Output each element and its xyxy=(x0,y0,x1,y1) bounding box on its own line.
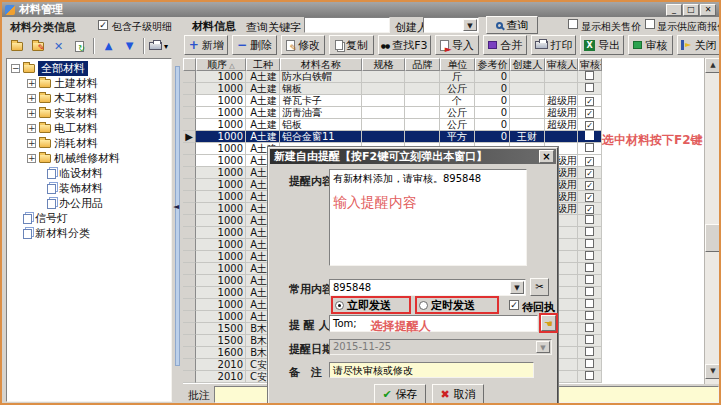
audit-checkbox[interactable] xyxy=(585,215,594,224)
audited-cell[interactable] xyxy=(578,71,602,83)
dialog-close-button[interactable]: × xyxy=(539,150,554,163)
audited-cell[interactable] xyxy=(578,239,602,251)
audited-cell[interactable] xyxy=(578,323,602,335)
table-row[interactable]: 1000A土建防水白铁帽斤0 xyxy=(183,71,602,83)
audit-checkbox[interactable] xyxy=(585,239,594,248)
audited-cell[interactable] xyxy=(578,143,602,155)
audited-cell[interactable] xyxy=(578,335,602,347)
audited-cell[interactable]: ✓ xyxy=(578,179,602,191)
column-header[interactable]: 审核否 xyxy=(578,58,602,71)
tree-item[interactable]: +机械维修材料 xyxy=(7,151,171,166)
maximize-button[interactable]: □ xyxy=(683,4,699,16)
audit-checkbox[interactable] xyxy=(585,335,594,344)
collapse-arrow-icon[interactable]: ◄ xyxy=(173,202,179,211)
search-button[interactable]: 查询 xyxy=(486,16,538,34)
audit-checkbox[interactable] xyxy=(585,299,594,308)
audited-cell[interactable] xyxy=(578,311,602,323)
move-up-button[interactable]: ▲ xyxy=(99,37,118,55)
audit-checkbox[interactable]: ✓ xyxy=(585,121,594,130)
tree-item[interactable]: 办公用品 xyxy=(7,196,171,211)
audit-checkbox[interactable]: ✓ xyxy=(585,193,594,202)
tree-item[interactable]: +土建材料 xyxy=(7,76,171,91)
audit-checkbox[interactable] xyxy=(585,71,594,80)
print-menu-button[interactable]: ▾ xyxy=(149,37,168,55)
keyword-input[interactable] xyxy=(304,17,390,33)
audit-checkbox[interactable]: ✓ xyxy=(585,169,594,178)
audit-checkbox[interactable] xyxy=(585,287,594,296)
date-combobox[interactable]: 2015-11-25 ▼ xyxy=(329,339,552,355)
audit-checkbox[interactable]: ✓ xyxy=(585,97,594,106)
audited-cell[interactable] xyxy=(578,299,602,311)
manage-common-button[interactable]: ✂ xyxy=(530,278,549,296)
audited-cell[interactable] xyxy=(578,287,602,299)
tree-item[interactable]: 临设材料 xyxy=(7,166,171,181)
audited-cell[interactable]: ✓ xyxy=(578,95,602,107)
copy-button[interactable]: 复制 xyxy=(329,35,373,55)
table-row[interactable]: ▶1000A土建铝合金窗11平方0王财 xyxy=(183,131,602,143)
tree-item[interactable]: +电工材料 xyxy=(7,121,171,136)
title-bar[interactable]: 材料管理 _ □ ✕ xyxy=(2,2,719,17)
column-header[interactable]: 材料名称 xyxy=(280,58,362,71)
move-down-button[interactable]: ▼ xyxy=(120,37,139,55)
tree-item[interactable]: 装饰材料 xyxy=(7,181,171,196)
column-header[interactable]: 参考价 xyxy=(475,58,510,71)
audited-cell[interactable] xyxy=(578,251,602,263)
audited-cell[interactable] xyxy=(578,83,602,95)
audited-cell[interactable] xyxy=(578,275,602,287)
tree-item[interactable]: 新材料分类 xyxy=(7,226,171,241)
tree-item[interactable]: −全部材料 xyxy=(7,61,171,76)
tree-item[interactable]: +木工材料 xyxy=(7,91,171,106)
show-price-checkbox[interactable] xyxy=(568,19,578,29)
print-button[interactable]: 打印 xyxy=(531,35,575,55)
show-supplier-checkbox[interactable] xyxy=(645,19,655,29)
tree-expand-icon[interactable]: + xyxy=(27,139,36,148)
include-children-checkbox[interactable]: ✓ xyxy=(98,20,108,30)
audit-checkbox[interactable] xyxy=(585,359,594,368)
audited-cell[interactable] xyxy=(578,131,602,143)
scrollbar-thumb[interactable] xyxy=(705,224,721,252)
audit-checkbox[interactable] xyxy=(585,323,594,332)
add-button[interactable]: +新增 xyxy=(184,35,228,55)
import-button[interactable]: ►导入 xyxy=(435,35,479,55)
tree-expand-icon[interactable]: + xyxy=(27,94,36,103)
audited-cell[interactable] xyxy=(578,371,602,383)
audited-cell[interactable]: ✓ xyxy=(578,167,602,179)
content-textarea[interactable]: 有新材料添加，请审核。895848 输入提醒内容 xyxy=(329,169,527,266)
tree-item[interactable]: 信号灯 xyxy=(7,211,171,226)
audit-checkbox[interactable]: ✓ xyxy=(585,157,594,166)
audited-cell[interactable]: ✓ xyxy=(578,119,602,131)
audit-checkbox[interactable] xyxy=(585,263,594,272)
audited-cell[interactable]: ✓ xyxy=(578,191,602,203)
send-timed-radio[interactable]: 定时发送 xyxy=(415,296,499,314)
audit-checkbox[interactable] xyxy=(585,347,594,356)
audit-checkbox[interactable] xyxy=(585,311,594,320)
scroll-up-button[interactable]: ▲ xyxy=(705,58,721,73)
audited-cell[interactable]: ✓ xyxy=(578,107,602,119)
audit-checkbox[interactable]: ✓ xyxy=(585,181,594,190)
table-row[interactable]: 1000A土建沥青油膏公斤0超级用.✓ xyxy=(183,107,602,119)
save-button[interactable]: ✔ 保存 xyxy=(374,384,426,404)
audited-cell[interactable]: ✓ xyxy=(578,203,602,215)
vertical-scrollbar[interactable]: ▲ ▼ xyxy=(704,58,721,384)
cancel-button[interactable]: ✖ 取消 xyxy=(432,384,484,404)
audit-checkbox[interactable] xyxy=(585,227,594,236)
modify-button[interactable]: ✎修改 xyxy=(281,35,325,55)
panel-splitter[interactable]: ◄ xyxy=(173,58,183,384)
audit-checkbox[interactable] xyxy=(585,143,594,152)
table-row[interactable]: 1000A土建铝板公斤0超级用.✓ xyxy=(183,119,602,131)
audit-checkbox[interactable] xyxy=(585,131,594,140)
creator-dropdown-icon[interactable]: ▼ xyxy=(463,19,477,31)
audited-cell[interactable] xyxy=(578,359,602,371)
refresh-button[interactable]: ↻ xyxy=(70,37,89,55)
creator-combobox[interactable]: ▼ xyxy=(423,17,479,33)
delete-button[interactable]: −删除 xyxy=(232,35,276,55)
delete-button[interactable]: ✕ xyxy=(49,37,68,55)
edit-folder-button[interactable]: ✎ xyxy=(28,37,47,55)
export-button[interactable]: X导出 xyxy=(580,35,624,55)
close-button[interactable]: ✕ xyxy=(700,4,716,16)
column-header[interactable]: 品牌 xyxy=(405,58,440,71)
audit-checkbox[interactable] xyxy=(585,275,594,284)
table-row[interactable]: 1000A土建钢板公斤0 xyxy=(183,83,602,95)
audited-cell[interactable] xyxy=(578,347,602,359)
tree-expand-icon[interactable]: + xyxy=(27,79,36,88)
